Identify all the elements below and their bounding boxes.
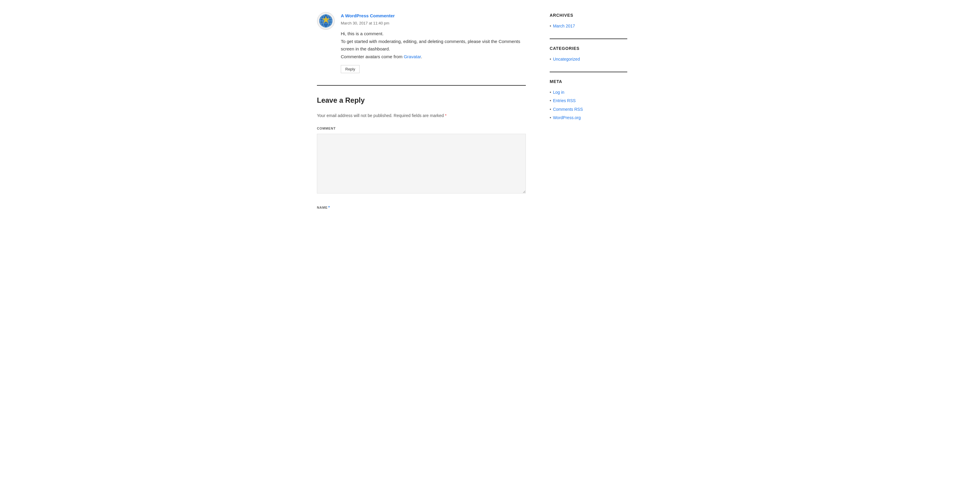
- comment-author-link[interactable]: A WordPress Commenter: [341, 13, 395, 18]
- meta-entries-rss-link[interactable]: Entries RSS: [553, 97, 576, 104]
- meta-login-link[interactable]: Log in: [553, 89, 564, 96]
- meta-wordpress-org-link[interactable]: WordPress.org: [553, 114, 581, 121]
- sidebar-divider-1: [550, 38, 627, 39]
- categories-title: CATEGORIES: [550, 45, 627, 52]
- archives-title: ARCHIVES: [550, 12, 627, 19]
- comment-label: COMMENT: [317, 126, 526, 131]
- sidebar-divider-2: [550, 72, 627, 72]
- comment-body: A WordPress Commenter March 30, 2017 at …: [341, 12, 526, 73]
- page-wrapper: A WordPress Commenter March 30, 2017 at …: [311, 0, 669, 225]
- sidebar-meta: META Log in Entries RSS Comments RSS Wor…: [550, 78, 627, 121]
- list-item: March 2017: [550, 23, 627, 29]
- list-item: Entries RSS: [550, 97, 627, 104]
- categories-uncategorized-link[interactable]: Uncategorized: [553, 56, 580, 62]
- comment-item: A WordPress Commenter March 30, 2017 at …: [317, 12, 526, 73]
- comment-date: March 30, 2017 at 11:40 pm: [341, 20, 526, 27]
- name-label-text: NAME: [317, 206, 328, 209]
- name-field-group: NAME*: [317, 204, 526, 211]
- comment-textarea[interactable]: [317, 134, 526, 193]
- sidebar: ARCHIVES March 2017 CATEGORIES Uncategor…: [544, 12, 627, 213]
- comment-text-line3-pre: Commenter avatars come from: [341, 54, 404, 59]
- comment-text-line2: To get started with moderating, editing,…: [341, 39, 520, 52]
- comment-form: COMMENT NAME*: [317, 126, 526, 211]
- comment-text: Hi, this is a comment. To get started wi…: [341, 30, 526, 60]
- archives-list: March 2017: [550, 23, 627, 29]
- name-label: NAME*: [317, 204, 526, 211]
- leave-reply-section: Leave a Reply Your email address will no…: [317, 95, 526, 211]
- comment-field-group: COMMENT: [317, 126, 526, 201]
- meta-title: META: [550, 78, 627, 85]
- required-star: *: [445, 113, 446, 118]
- email-notice-text: Your email address will not be published…: [317, 113, 445, 118]
- comment-text-line1: Hi, this is a comment.: [341, 31, 383, 36]
- comment-text-line3-post: .: [421, 54, 422, 59]
- avatar-icon: [317, 12, 335, 30]
- comment-author-name: A WordPress Commenter: [341, 12, 526, 20]
- gravatar-link[interactable]: Gravatar: [404, 54, 421, 59]
- avatar: [317, 12, 335, 30]
- main-content: A WordPress Commenter March 30, 2017 at …: [317, 12, 544, 213]
- list-item: Uncategorized: [550, 56, 627, 62]
- meta-list: Log in Entries RSS Comments RSS WordPres…: [550, 89, 627, 121]
- list-item: Log in: [550, 89, 627, 96]
- section-divider: [317, 85, 526, 86]
- list-item: WordPress.org: [550, 114, 627, 121]
- archives-march-2017-link[interactable]: March 2017: [553, 23, 575, 29]
- meta-comments-rss-link[interactable]: Comments RSS: [553, 106, 583, 113]
- leave-reply-title: Leave a Reply: [317, 95, 526, 106]
- reply-button[interactable]: Reply: [341, 65, 360, 73]
- categories-list: Uncategorized: [550, 56, 627, 62]
- email-notice: Your email address will not be published…: [317, 112, 526, 119]
- name-required-star: *: [328, 205, 330, 209]
- list-item: Comments RSS: [550, 106, 627, 113]
- sidebar-archives: ARCHIVES March 2017: [550, 12, 627, 30]
- sidebar-categories: CATEGORIES Uncategorized: [550, 45, 627, 63]
